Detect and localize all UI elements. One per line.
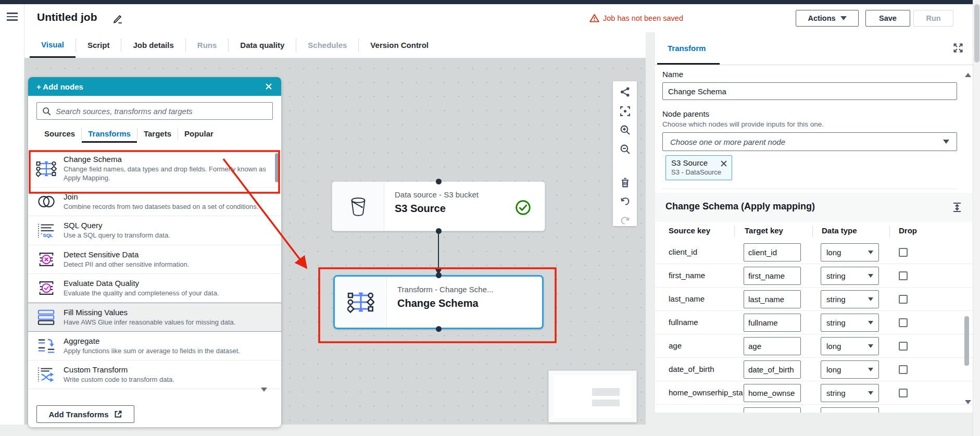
add-transforms-button[interactable]: Add Transforms: [36, 405, 134, 423]
drop-checkbox[interactable]: [899, 365, 908, 374]
drop-checkbox[interactable]: [899, 248, 908, 257]
chevron-down-icon: [868, 344, 873, 348]
panel-scroll-up-icon[interactable]: [965, 73, 971, 77]
panel-scroll-down-icon[interactable]: [965, 400, 971, 404]
tab-data-quality[interactable]: Data quality: [229, 32, 296, 58]
hamburger-menu-icon[interactable]: [7, 13, 18, 21]
target-key-input[interactable]: [744, 290, 801, 308]
node-name: Change Schema: [397, 297, 542, 309]
expand-rows-icon[interactable]: [952, 202, 962, 213]
target-key-input[interactable]: [744, 337, 801, 355]
edit-title-icon[interactable]: [112, 14, 123, 25]
list-scroll-down-icon[interactable]: [261, 388, 267, 392]
data-type-select[interactable]: long: [821, 243, 879, 261]
redo-icon: [619, 215, 631, 227]
zoom-out-icon[interactable]: [619, 144, 631, 155]
chevron-down-icon: [868, 274, 873, 278]
unsaved-warning: Job has not been saved: [589, 14, 683, 22]
undo-icon[interactable]: [619, 196, 631, 207]
drop-checkbox[interactable]: [899, 318, 908, 327]
tab-visual[interactable]: Visual: [30, 32, 76, 58]
add-nodes-header: + Add nodes: [28, 77, 281, 96]
tab-job-details[interactable]: Job details: [121, 32, 185, 58]
drop-checkbox[interactable]: [899, 389, 908, 397]
target-key-input[interactable]: [744, 314, 801, 332]
table-row: client_id long: [655, 241, 973, 264]
tab-runs: Runs: [186, 32, 229, 58]
close-icon[interactable]: [265, 82, 273, 91]
list-item-sql-query[interactable]: SQL SQL Query Use a SQL query to transfo…: [28, 216, 281, 245]
target-key-input[interactable]: [744, 407, 801, 413]
list-item-join[interactable]: Join Combine records from two datasets b…: [28, 188, 281, 216]
data-type-select[interactable]: long: [821, 337, 879, 355]
top-dark-strip: [0, 0, 980, 4]
external-link-icon: [114, 410, 122, 418]
tab-script[interactable]: Script: [76, 32, 121, 58]
remove-parent-icon[interactable]: [720, 160, 727, 167]
tab-popular[interactable]: Popular: [178, 129, 220, 143]
drop-checkbox[interactable]: [899, 295, 908, 304]
list-item-change-schema[interactable]: Change Schema Change field names, data t…: [28, 150, 281, 188]
source-key: date_of_birth: [669, 365, 746, 373]
save-button[interactable]: Save: [865, 10, 910, 27]
chevron-down-icon: [840, 16, 847, 20]
parent-node-select[interactable]: Choose one or more parent node: [662, 132, 957, 151]
svg-text:SQL: SQL: [43, 232, 53, 238]
data-type-select[interactable]: [821, 407, 879, 413]
node-port-top[interactable]: [436, 272, 442, 278]
page-scrollbar-thumb[interactable]: [974, 4, 979, 63]
target-key-input[interactable]: [744, 267, 801, 285]
list-item-aggregate[interactable]: Aggregate Apply functions like sum or av…: [28, 332, 281, 360]
divider: [662, 189, 957, 189]
source-key: fullname: [669, 318, 746, 327]
node-s3-source[interactable]: Data source - S3 bucket S3 Source: [332, 181, 545, 231]
fill-missing-values-icon: [35, 308, 57, 327]
tab-targets[interactable]: Targets: [137, 129, 178, 143]
target-key-input[interactable]: [744, 360, 801, 379]
data-type-select[interactable]: string: [821, 267, 879, 285]
change-schema-icon: [35, 155, 57, 182]
data-type-select[interactable]: string: [821, 290, 879, 308]
name-input[interactable]: [662, 82, 957, 100]
node-port-bottom[interactable]: [436, 326, 442, 332]
node-port-top[interactable]: [436, 179, 442, 184]
target-key-input[interactable]: [744, 243, 801, 261]
node-change-schema[interactable]: Transform - Change Sche... Change Schema: [333, 275, 544, 329]
panel-scrollbar-thumb[interactable]: [964, 316, 969, 366]
list-item-custom-transform[interactable]: Custom Transform Write custom code to tr…: [28, 360, 281, 389]
parent-node-chip: S3 Source S3 - DataSource: [665, 155, 732, 180]
delete-icon[interactable]: [619, 177, 631, 189]
mapping-table: client_id long first_name string last_na…: [655, 241, 973, 413]
list-scrollbar-thumb[interactable]: [275, 153, 279, 182]
list-item-fill-missing-values[interactable]: Fill Missing Values Have AWS Glue infer …: [28, 303, 281, 332]
list-item-detect-sensitive-data[interactable]: Detect Sensitive Data Detect PII and oth…: [28, 245, 281, 274]
chevron-down-icon: [868, 297, 873, 301]
share-icon[interactable]: [619, 86, 631, 98]
page-scrollbar[interactable]: [973, 0, 980, 436]
node-port-bottom[interactable]: [436, 228, 442, 234]
transform-list: Change Schema Change field names, data t…: [28, 150, 281, 389]
zoom-in-icon[interactable]: [619, 124, 631, 136]
actions-button[interactable]: Actions: [796, 10, 859, 27]
tab-sources[interactable]: Sources: [38, 129, 81, 143]
run-button: Run: [913, 10, 953, 27]
s3-bucket-icon: [332, 182, 384, 231]
table-row: home_ownserhip_sta string: [655, 381, 973, 405]
source-key: age: [669, 341, 746, 350]
drop-checkbox[interactable]: [899, 342, 908, 351]
target-key-input[interactable]: [744, 384, 801, 402]
list-item-evaluate-data-quality[interactable]: Evaluate Data Quality Evaluate the quali…: [28, 274, 281, 303]
tab-transform[interactable]: Transform: [668, 44, 706, 53]
drop-checkbox[interactable]: [899, 271, 908, 280]
tab-version-control[interactable]: Version Control: [359, 32, 440, 58]
data-type-select[interactable]: string: [821, 314, 879, 332]
data-type-select[interactable]: string: [821, 384, 879, 402]
add-nodes-title: + Add nodes: [36, 82, 83, 91]
left-rail: [0, 4, 24, 425]
canvas-minimap[interactable]: [548, 370, 637, 422]
data-type-select[interactable]: long: [821, 360, 879, 379]
tab-transforms[interactable]: Transforms: [82, 129, 137, 143]
fit-view-icon[interactable]: [619, 106, 631, 117]
expand-panel-icon[interactable]: [953, 43, 963, 53]
search-input[interactable]: [56, 107, 267, 116]
